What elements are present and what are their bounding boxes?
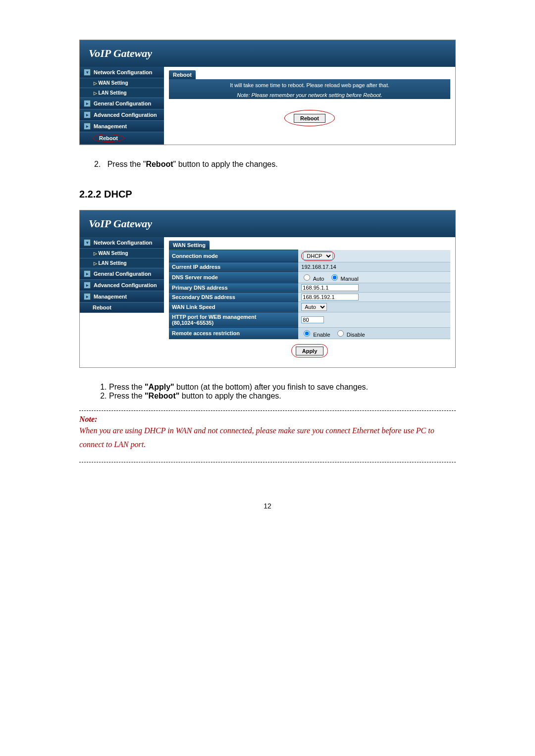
reboot-button[interactable]: Reboot [294,114,325,123]
section-heading: 2.2.2 DHCP [79,189,456,200]
highlight-circle: DHCP [301,251,335,261]
table-row: DNS Server mode Auto Manual [169,271,450,283]
row-label: Connection mode [169,250,298,262]
apply-button[interactable]: Apply [296,347,324,355]
dns-manual-radio[interactable]: Manual [329,276,359,282]
highlight-circle: Reboot [284,110,335,126]
table-row: Current IP address192.168.17.14 [169,262,450,271]
highlight-circle: Reboot [93,134,124,142]
sidebar-item-advanced[interactable]: ▸Advanced Configuration [80,280,164,291]
divider [79,410,456,411]
table-row: HTTP port for WEB management (80,1024~65… [169,312,450,327]
sidebar-item-label: Network Configuration [94,69,153,75]
expand-icon: ▸ [84,282,91,289]
list-item: Press the "Apply" button (at the bottom)… [109,383,456,392]
table-row: Remote access restriction Enable Disable [169,327,450,339]
sidebar-item-wan[interactable]: WAN Setting [80,78,164,88]
sidebar-item-advanced[interactable]: ▸Advanced Configuration [80,109,164,121]
divider [79,462,456,462]
product-title: VoIP Gateway [80,40,455,67]
reboot-note: Note: Please remember your network setti… [169,89,450,99]
connection-mode-select[interactable]: DHCP [303,252,333,260]
screenshot-wan-setting: VoIP Gateway ▾Network Configuration WAN … [79,210,456,368]
table-row: Connection mode DHCP [169,250,450,262]
sidebar-item-general[interactable]: ▸General Configuration [80,98,164,109]
list-item: Press the "Reboot" button to apply the c… [109,392,456,401]
current-ip: 192.168.17.14 [298,262,450,271]
dns-auto-radio[interactable]: Auto [301,276,324,282]
table-row: Secondary DNS address [169,292,450,302]
note-body: When you are using DHCP in WAN and not c… [79,424,456,453]
expand-icon: ▸ [84,100,91,107]
wan-setting-table: Connection mode DHCP Current IP address1… [169,250,450,339]
expand-icon: ▾ [84,69,91,76]
table-row: WAN Link SpeedAuto [169,302,450,312]
table-row: Primary DNS address [169,283,450,292]
sidebar: ▾Network Configuration WAN Setting LAN S… [80,237,164,367]
sidebar-item-reboot[interactable]: Reboot [80,132,164,145]
primary-dns-input[interactable] [301,284,359,291]
expand-icon: ▸ [84,270,91,277]
screenshot-reboot: VoIP Gateway ▾ Network Configuration WAN… [79,40,456,145]
sidebar: ▾ Network Configuration WAN Setting LAN … [80,67,164,145]
panel-title: WAN Setting [169,241,210,250]
expand-icon: ▾ [84,239,91,246]
sidebar-item-lan[interactable]: LAN Setting [80,258,164,268]
wan-link-speed-select[interactable]: Auto [301,303,327,311]
sidebar-item-management[interactable]: ▸Management [80,121,164,132]
sidebar-item-wan[interactable]: WAN Setting [80,249,164,258]
expand-icon: ▸ [84,111,91,118]
page-number: 12 [79,502,456,510]
sidebar-item-reboot[interactable]: Reboot [80,302,164,313]
product-title: VoIP Gateway [80,210,455,237]
sidebar-item-network[interactable]: ▾ Network Configuration [80,67,164,78]
secondary-dns-input[interactable] [301,294,359,301]
remote-disable-radio[interactable]: Disable [335,332,365,338]
note-heading: Note: [79,415,456,424]
sidebar-item-lan[interactable]: LAN Setting [80,88,164,98]
expand-icon: ▸ [84,293,91,300]
sidebar-item-management[interactable]: ▸Management [80,291,164,302]
reboot-warning: It will take some time to reboot. Please… [169,79,450,89]
highlight-circle: Apply [291,344,328,357]
expand-icon: ▸ [84,123,91,130]
instruction-list: Press the "Apply" button (at the bottom)… [89,383,456,401]
sidebar-item-general[interactable]: ▸General Configuration [80,268,164,280]
panel-title: Reboot [169,70,196,79]
http-port-input[interactable] [301,316,324,323]
remote-enable-radio[interactable]: Enable [301,332,330,338]
sidebar-item-network[interactable]: ▾Network Configuration [80,237,164,249]
instruction-text: 2. Press the "Reboot" button to apply th… [94,160,456,169]
